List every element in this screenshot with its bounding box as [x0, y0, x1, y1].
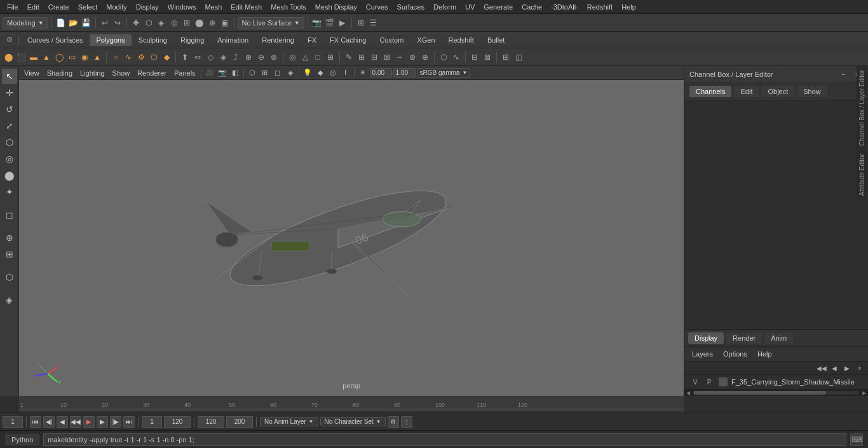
help-menu-item[interactable]: Help — [755, 350, 775, 358]
command-input[interactable] — [43, 433, 846, 446]
paint-select-icon[interactable]: ✦ — [2, 184, 17, 200]
gamma-dropdown[interactable]: sRGB gamma ▼ — [417, 68, 471, 78]
new-scene-icon[interactable]: 📄 — [55, 17, 67, 29]
layers-menu-item[interactable]: Layers — [689, 350, 715, 358]
extract-icon[interactable]: ⤴ — [230, 51, 241, 63]
tab-fx-caching[interactable]: FX Caching — [323, 34, 372, 46]
slide-icon[interactable]: ⊟ — [369, 51, 380, 63]
render-icon[interactable]: 🎬 — [324, 17, 336, 29]
triangulate-icon[interactable]: △ — [299, 51, 311, 63]
render-seq-icon[interactable]: ▶ — [337, 17, 348, 29]
vp-stereo-icon[interactable]: ◧ — [229, 67, 241, 79]
uv-layout-icon[interactable]: ⊞ — [500, 51, 512, 63]
tab-bullet[interactable]: Bullet — [481, 34, 512, 46]
bool-union-icon[interactable]: ⊕ — [243, 51, 254, 63]
vp-ao-icon[interactable]: ◎ — [327, 67, 339, 79]
anim-extra-btn[interactable]: ⋮ — [401, 416, 412, 428]
layer-playback-btn[interactable]: P — [703, 377, 715, 387]
pen-icon[interactable]: ✎ — [343, 51, 355, 63]
menu-generate[interactable]: Generate — [479, 2, 517, 12]
tab-sculpting[interactable]: Sculpting — [132, 34, 173, 46]
layer-name-label[interactable]: F_35_Carrying_Storm_Shadow_Missile — [731, 378, 863, 386]
play-forward-btn[interactable]: ▶ — [83, 416, 95, 428]
anim-layer-dropdown[interactable]: No Anim Layer ▼ — [260, 417, 318, 426]
menu-cache[interactable]: Cache — [517, 2, 546, 12]
vp-menu-panels[interactable]: Panels — [172, 69, 198, 78]
vp-shadow-icon[interactable]: ◆ — [315, 67, 326, 79]
options-menu-item[interactable]: Options — [721, 350, 750, 358]
smooth-icon[interactable]: ◎ — [287, 51, 298, 63]
right-panel-scrollbar[interactable]: ◀ ▶ — [684, 390, 868, 396]
offset-icon[interactable]: ⊠ — [381, 51, 393, 63]
settings-icon[interactable]: ⚙ — [3, 33, 17, 47]
playback-end-input[interactable] — [226, 416, 253, 428]
tab-animation[interactable]: Animation — [211, 34, 255, 46]
vp-menu-shading[interactable]: Shading — [44, 69, 75, 78]
weld-icon[interactable]: ⊛ — [407, 51, 418, 63]
play-back-btn[interactable]: ◀◀ — [70, 416, 81, 428]
snap-point-icon[interactable]: ⊕ — [207, 17, 218, 29]
scroll-left-btn[interactable]: ◀ — [684, 390, 692, 396]
bevel-icon[interactable]: ⬡ — [438, 51, 449, 63]
mirror-icon[interactable]: ⊟ — [469, 51, 480, 63]
menu-curves[interactable]: Curves — [362, 2, 393, 12]
disc-icon[interactable]: ◉ — [79, 51, 90, 63]
lasso-icon[interactable]: ⬤ — [2, 168, 17, 183]
open-scene-icon[interactable]: 📂 — [68, 17, 79, 29]
menu-edit-mesh[interactable]: Edit Mesh — [226, 2, 266, 12]
insert-loop-icon[interactable]: ⊞ — [356, 51, 367, 63]
menu-create[interactable]: Create — [44, 2, 74, 12]
vp-film-icon[interactable]: 📷 — [217, 67, 228, 79]
vp-smooth-shade-icon[interactable]: ◈ — [285, 67, 296, 79]
scroll-track[interactable] — [693, 391, 859, 395]
char-set-dropdown[interactable]: No Character Set ▼ — [320, 417, 386, 426]
helix-icon[interactable]: ∿ — [123, 51, 134, 63]
soft-sel-icon[interactable]: ◎ — [168, 17, 180, 29]
menu-redshift[interactable]: Redshift — [583, 2, 617, 12]
outliner-icon[interactable]: ☰ — [368, 17, 379, 29]
snap-grid-icon[interactable]: ⊞ — [181, 17, 193, 29]
vp-wireframe-icon[interactable]: ◻ — [272, 67, 283, 79]
script-editor-icon[interactable]: ⌨ — [850, 433, 863, 446]
tab-render[interactable]: Render — [726, 332, 762, 344]
go-to-start-btn[interactable]: ⏮ — [30, 416, 41, 428]
python-tab[interactable]: Python — [5, 434, 39, 445]
redo-icon[interactable]: ↪ — [112, 17, 123, 29]
viewport-canvas[interactable]: 06 x y z persp — [19, 80, 684, 396]
save-scene-icon[interactable]: 💾 — [81, 17, 92, 29]
channel-box-edge-label[interactable]: Channel Box / Layer Editor — [857, 66, 868, 150]
select-mode-icon[interactable]: ↖ — [2, 69, 17, 84]
add-region-icon[interactable]: ⊞ — [2, 247, 17, 262]
show-manip-icon[interactable]: ◻ — [2, 207, 17, 222]
tab-display[interactable]: Display — [688, 332, 724, 344]
cube-icon[interactable]: ⬛ — [15, 51, 27, 63]
collapse-panel-btn[interactable]: − — [837, 69, 849, 80]
anim-end-input[interactable] — [164, 416, 191, 428]
rotate-icon[interactable]: ↺ — [2, 102, 17, 117]
vp-select-type-icon[interactable]: ⬡ — [247, 67, 258, 79]
tab-xgen[interactable]: XGen — [410, 34, 441, 46]
xray-icon[interactable]: ◈ — [2, 292, 17, 308]
menu-mesh[interactable]: Mesh — [200, 2, 226, 12]
move-icon[interactable]: ✛ — [2, 85, 17, 100]
menu-deform[interactable]: Deform — [429, 2, 461, 12]
tab-rendering[interactable]: Rendering — [255, 34, 301, 46]
menu-file[interactable]: File — [3, 2, 23, 12]
menu-edit[interactable]: Edit — [23, 2, 44, 12]
crease-icon[interactable]: ∿ — [451, 51, 462, 63]
combine-icon[interactable]: ◇ — [205, 51, 216, 63]
snap-surface-icon[interactable]: ▣ — [219, 17, 231, 29]
tab-object[interactable]: Object — [761, 86, 794, 97]
current-frame-input[interactable] — [3, 416, 23, 428]
flip-icon[interactable]: ⊠ — [482, 51, 493, 63]
bool-diff-icon[interactable]: ⊖ — [255, 51, 267, 63]
next-key-btn[interactable]: |▶ — [110, 416, 121, 428]
attribute-editor-edge-label[interactable]: Attribute Editor — [857, 150, 868, 200]
vp-exposure-icon[interactable]: ☀ — [357, 67, 369, 79]
layer-next-btn[interactable]: ▶ — [841, 363, 853, 373]
vp-menu-lighting[interactable]: Lighting — [78, 69, 107, 78]
menu-mesh-tools[interactable]: Mesh Tools — [266, 2, 310, 12]
tab-anim[interactable]: Anim — [764, 332, 793, 344]
menu-surfaces[interactable]: Surfaces — [393, 2, 429, 12]
menu-uv[interactable]: UV — [461, 2, 479, 12]
